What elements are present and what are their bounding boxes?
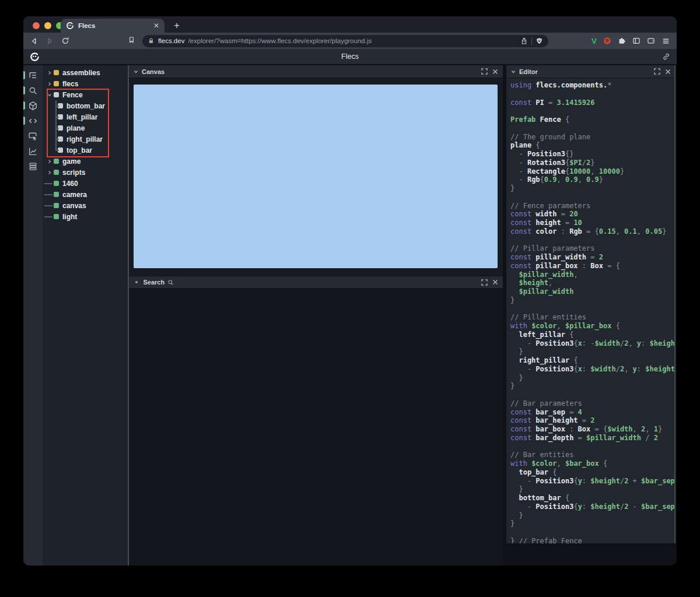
- code-line: } // Prefab Fence: [510, 537, 676, 543]
- url-domain: flecs.dev: [158, 37, 184, 44]
- code-line: const bar_sep = 4: [510, 408, 676, 417]
- inspector-tool-button[interactable]: [23, 128, 43, 143]
- 3d-canvas[interactable]: [134, 85, 498, 268]
- tree-item-bottom_bar[interactable]: bottom_bar: [43, 100, 129, 111]
- back-button[interactable]: [29, 36, 38, 45]
- fullscreen-icon[interactable]: [481, 68, 488, 75]
- forward-button[interactable]: [45, 36, 54, 45]
- search-panel-title: Search: [144, 279, 165, 286]
- tree-item-top_bar[interactable]: top_bar: [43, 145, 129, 156]
- adblock-extension-icon[interactable]: [603, 37, 611, 45]
- menu-icon[interactable]: [662, 37, 670, 45]
- chevron-right-icon[interactable]: [46, 78, 54, 89]
- extensions-puzzle-icon[interactable]: [618, 37, 626, 45]
- leaf-connector: [46, 189, 54, 200]
- tree-connector: [46, 145, 58, 156]
- entity-icon: [54, 181, 59, 186]
- url-bar[interactable]: flecs.dev/explorer/?wasm=https://www.fle…: [142, 35, 548, 47]
- stats-tool-button[interactable]: [23, 143, 43, 159]
- app-header: Flecs: [23, 49, 677, 65]
- tab-close-button[interactable]: ✕: [153, 22, 159, 29]
- chevron-down-icon[interactable]: [511, 69, 516, 74]
- divider: [531, 37, 532, 45]
- tree-item-canvas[interactable]: canvas: [43, 200, 129, 211]
- code-line: }: [510, 184, 676, 193]
- entity-label: left_pillar: [66, 113, 97, 121]
- tab-title: Flecs: [78, 22, 149, 29]
- canvas-panel-body: [129, 78, 503, 276]
- browser-tab[interactable]: Flecs ✕: [61, 19, 164, 33]
- tree-item-camera[interactable]: camera: [43, 189, 129, 200]
- vimium-extension-icon[interactable]: V: [592, 37, 597, 45]
- tree-item-plane[interactable]: plane: [43, 122, 129, 134]
- tree-item-right_pillar[interactable]: right_pillar: [43, 134, 129, 145]
- chevron-down-icon[interactable]: [134, 69, 138, 74]
- close-panel-icon[interactable]: [665, 69, 671, 75]
- code-line: - Position3{y: $height/2 - $bar_sep/2}: [510, 503, 676, 511]
- editor-scrollbar[interactable]: [674, 65, 676, 543]
- reload-button[interactable]: [61, 36, 70, 45]
- inspector-icon: [28, 131, 38, 141]
- entity-label: plane: [66, 124, 85, 132]
- code-line: $pillar_width: [510, 287, 676, 296]
- code-line: [510, 528, 676, 537]
- code-line: const bar_depth = $pillar_width / 2: [510, 434, 676, 443]
- close-window-button[interactable]: [33, 22, 40, 29]
- permalink-icon[interactable]: [662, 52, 670, 61]
- code-line: // Pillar parameters: [510, 244, 676, 253]
- editor-footer-area: [506, 543, 676, 566]
- close-panel-icon[interactable]: [492, 279, 498, 285]
- share-icon[interactable]: [520, 37, 528, 45]
- tree-item-left_pillar[interactable]: left_pillar: [43, 111, 129, 122]
- code-line: // Fence parameters: [510, 202, 676, 210]
- editor-panel-header: Editor: [506, 65, 676, 78]
- brave-shield-icon[interactable]: [536, 37, 543, 45]
- chevron-right-icon[interactable]: [46, 156, 54, 167]
- code-line: top_bar {: [510, 468, 676, 477]
- search-icon: [167, 279, 174, 286]
- active-indicator: [23, 86, 25, 94]
- sidebar-toggle-icon[interactable]: [632, 37, 640, 45]
- tree-item-Fence[interactable]: Fence: [43, 89, 129, 100]
- code-line: const color : Rgb = {0.15, 0.1, 0.05}: [510, 227, 676, 236]
- bookmark-icon[interactable]: [128, 36, 135, 44]
- fullscreen-icon[interactable]: [481, 279, 488, 286]
- tree-item-flecs[interactable]: flecs: [43, 78, 129, 89]
- archive-tool-button[interactable]: [23, 159, 43, 174]
- code-line: - Position3{y: $height/2 + $bar_sep/2}: [510, 477, 676, 486]
- code-line: // Pillar entities: [510, 313, 676, 322]
- tree-item-assemblies[interactable]: assemblies: [43, 67, 129, 78]
- minimize-window-button[interactable]: [44, 22, 51, 29]
- script-editor[interactable]: using flecs.components.*const PI = 3.141…: [506, 78, 676, 543]
- chevron-right-icon[interactable]: [46, 67, 54, 78]
- entity-icon: [54, 81, 59, 86]
- tree-item-1460[interactable]: 1460: [43, 178, 129, 189]
- entity-tree-tool-button[interactable]: [23, 68, 43, 83]
- code-line: [510, 391, 676, 399]
- chevron-down-icon[interactable]: [46, 89, 54, 100]
- entity-tree: assembliesflecsFencebottom_barleft_pilla…: [43, 67, 129, 222]
- tree-item-scripts[interactable]: scripts: [43, 167, 129, 178]
- editor-column: Editor using flecs.components.*const PI …: [506, 65, 676, 566]
- code-line: bottom_bar {: [510, 494, 676, 503]
- code-line: }: [510, 511, 676, 520]
- entity-label: light: [62, 213, 77, 221]
- code-tool-button[interactable]: [23, 113, 43, 128]
- close-panel-icon[interactable]: [492, 69, 498, 75]
- leaf-connector: [46, 211, 54, 222]
- code-line: [510, 193, 676, 202]
- new-tab-button[interactable]: +: [170, 19, 183, 33]
- wallet-icon[interactable]: [647, 37, 655, 45]
- archive-icon: [28, 161, 38, 171]
- scene-tool-button[interactable]: [23, 98, 43, 113]
- tree-item-game[interactable]: game: [43, 156, 129, 167]
- code-line: $height,: [510, 279, 676, 287]
- code-line: }: [510, 374, 676, 382]
- tree-item-light[interactable]: light: [43, 211, 129, 222]
- search-tool-button[interactable]: [23, 83, 43, 98]
- fullscreen-icon[interactable]: [654, 68, 660, 75]
- chevron-right-icon[interactable]: [46, 167, 54, 178]
- flecs-favicon: [66, 22, 74, 30]
- search-icon: [28, 86, 38, 96]
- collapse-dot-icon[interactable]: [135, 281, 138, 283]
